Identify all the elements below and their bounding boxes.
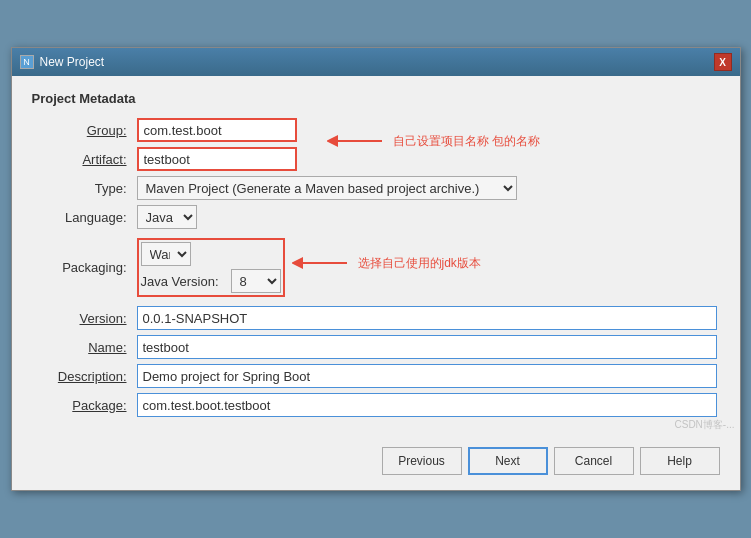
packaging-label: Packaging: xyxy=(32,260,137,275)
package-row: Package: xyxy=(32,393,720,417)
title-bar-left: N New Project xyxy=(20,55,105,69)
type-row: Type: Maven Project (Generate a Maven ba… xyxy=(32,176,720,200)
arrow-icon-1 xyxy=(327,126,387,156)
artifact-label-text: Artifact: xyxy=(82,152,126,167)
language-row: Language: Java Kotlin Groovy xyxy=(32,205,720,229)
language-select[interactable]: Java Kotlin Groovy xyxy=(137,205,197,229)
section-title: Project Metadata xyxy=(32,91,720,106)
help-button[interactable]: Help xyxy=(640,447,720,475)
group-label-text: Group: xyxy=(87,123,127,138)
window-icon: N xyxy=(20,55,34,69)
java-version-row: Java Version: 8 11 17 xyxy=(141,269,281,293)
footer: Previous Next Cancel Help xyxy=(12,437,740,490)
packaging-java-group: War Jar Java Version: 8 11 17 xyxy=(137,238,285,297)
language-label: Language: xyxy=(32,210,137,225)
language-label-text: Language: xyxy=(65,210,126,225)
group-input[interactable] xyxy=(137,118,297,142)
version-label-text: Version: xyxy=(80,311,127,326)
annotation-text-1: 自己设置项目名称 包的名称 xyxy=(393,133,540,150)
name-row: Name: xyxy=(32,335,720,359)
packaging-select-row: War Jar xyxy=(141,242,281,266)
version-label: Version: xyxy=(32,311,137,326)
next-button[interactable]: Next xyxy=(468,447,548,475)
watermark: CSDN博客-... xyxy=(675,418,735,432)
java-version-select[interactable]: 8 11 17 xyxy=(231,269,281,293)
group-label: Group: xyxy=(32,123,137,138)
title-bar: N New Project X xyxy=(12,48,740,76)
description-input[interactable] xyxy=(137,364,717,388)
main-window: N New Project X Project Metadata Group: … xyxy=(11,47,741,491)
packaging-label-text: Packaging: xyxy=(62,260,126,275)
type-select[interactable]: Maven Project (Generate a Maven based pr… xyxy=(137,176,517,200)
type-label: Type: xyxy=(32,181,137,196)
window-content: Project Metadata Group: Artifact: xyxy=(12,76,740,437)
package-label-text: Package: xyxy=(72,398,126,413)
packaging-section: Packaging: War Jar Java Version: 8 11 xyxy=(32,238,720,302)
java-version-label: Java Version: xyxy=(141,274,231,289)
package-label: Package: xyxy=(32,398,137,413)
description-label-text: Description: xyxy=(58,369,127,384)
close-button[interactable]: X xyxy=(714,53,732,71)
window-title: New Project xyxy=(40,55,105,69)
arrow-icon-2 xyxy=(292,248,352,278)
artifact-label: Artifact: xyxy=(32,152,137,167)
cancel-button[interactable]: Cancel xyxy=(554,447,634,475)
package-input[interactable] xyxy=(137,393,717,417)
description-row: Description: xyxy=(32,364,720,388)
artifact-input[interactable] xyxy=(137,147,297,171)
version-input[interactable] xyxy=(137,306,717,330)
annotation-text-2: 选择自己使用的jdk版本 xyxy=(358,255,481,272)
type-label-text: Type: xyxy=(95,181,127,196)
name-input[interactable] xyxy=(137,335,717,359)
name-label-text: Name: xyxy=(88,340,126,355)
packaging-select[interactable]: War Jar xyxy=(141,242,191,266)
annotation-group-1: 自己设置项目名称 包的名称 xyxy=(327,126,540,156)
name-label: Name: xyxy=(32,340,137,355)
annotation-group-2: 选择自己使用的jdk版本 xyxy=(292,248,481,278)
version-row: Version: xyxy=(32,306,720,330)
previous-button[interactable]: Previous xyxy=(382,447,462,475)
description-label: Description: xyxy=(32,369,137,384)
